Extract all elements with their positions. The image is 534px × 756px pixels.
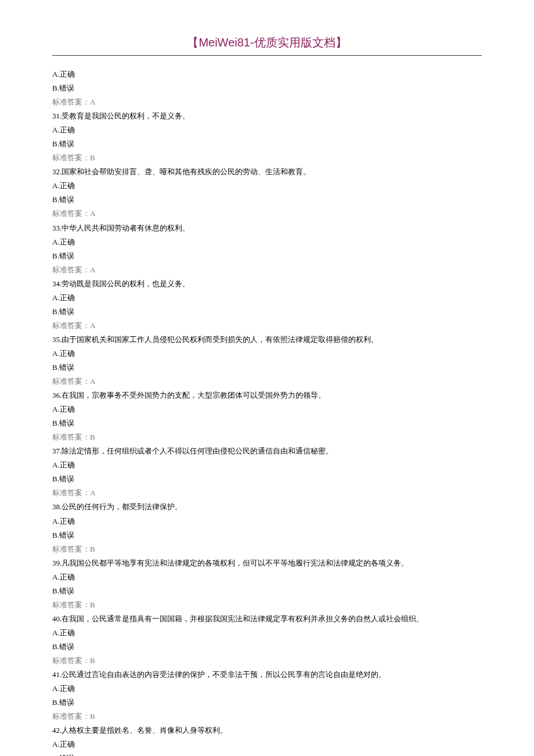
option-text: B.错误 (52, 472, 482, 486)
option-text: B.错误 (52, 81, 482, 95)
option-text: B.错误 (52, 528, 482, 542)
option-text: B.错误 (52, 249, 482, 263)
question-text: 33.中华人民共和国劳动者有休息的权利。 (52, 221, 482, 235)
question-text: 40.在我国，公民通常是指具有一国国籍，并根据我国宪法和法律规定享有权利并承担义… (52, 612, 482, 626)
question-text: 41.公民通过言论自由表达的内容受法律的保护，不受非法干预，所以公民享有的言论自… (52, 668, 482, 682)
answer-text: 标准答案：A (52, 319, 482, 333)
option-text: A.正确 (52, 626, 482, 640)
document-page: 【MeiWei81-优质实用版文档】 A.正确B.错误标准答案：A31.受教育是… (0, 0, 534, 756)
question-text: 32.国家和社会帮助安排盲、聋、哑和其他有残疾的公民的劳动、生活和教育。 (52, 165, 482, 179)
question-text: 31.受教育是我国公民的权利，不是义务。 (52, 109, 482, 123)
question-text: 35.由于国家机关和国家工作人员侵犯公民权利而受到损失的人，有依照法律规定取得赔… (52, 333, 482, 347)
option-text: A.正确 (52, 402, 482, 416)
question-text: 36.在我国，宗教事务不受外国势力的支配，大型宗教团体可以受国外势力的领导。 (52, 388, 482, 402)
option-text: A.正确 (52, 291, 482, 305)
answer-text: 标准答案：B (52, 710, 482, 723)
answer-text: 标准答案：A (52, 486, 482, 500)
answer-text: 标准答案：A (52, 95, 482, 109)
option-text: B.错误 (52, 193, 482, 207)
answer-text: 标准答案：A (52, 263, 482, 277)
option-text: B.错误 (52, 640, 482, 654)
option-text: A.正确 (52, 682, 482, 696)
option-text: A.正确 (52, 570, 482, 584)
option-text: B.错误 (52, 751, 482, 756)
option-text: A.正确 (52, 737, 482, 751)
option-text: A.正确 (52, 347, 482, 361)
answer-text: 标准答案：B (52, 654, 482, 668)
question-text: 34.劳动既是我国公民的权利，也是义务。 (52, 277, 482, 291)
answer-text: 标准答案：A (52, 207, 482, 221)
option-text: A.正确 (52, 123, 482, 137)
question-text: 39.凡我国公民都平等地享有宪法和法律规定的各项权利，但可以不平等地履行宪法和法… (52, 556, 482, 570)
option-text: B.错误 (52, 361, 482, 375)
option-text: B.错误 (52, 137, 482, 151)
answer-text: 标准答案：B (52, 430, 482, 444)
question-text: 38.公民的任何行为，都受到法律保护。 (52, 500, 482, 514)
document-body: A.正确B.错误标准答案：A31.受教育是我国公民的权利，不是义务。A.正确B.… (52, 67, 482, 756)
answer-text: 标准答案：B (52, 542, 482, 556)
option-text: A.正确 (52, 67, 482, 81)
question-text: 37.除法定情形，任何组织或者个人不得以任何理由侵犯公民的通信自由和通信秘密。 (52, 444, 482, 458)
option-text: B.错误 (52, 305, 482, 319)
option-text: A.正确 (52, 179, 482, 193)
option-text: B.错误 (52, 584, 482, 598)
answer-text: 标准答案：B (52, 151, 482, 165)
page-header: 【MeiWei81-优质实用版文档】 (52, 35, 482, 56)
option-text: A.正确 (52, 235, 482, 249)
answer-text: 标准答案：B (52, 598, 482, 612)
question-text: 42.人格权主要是指姓名、名誉、肖像和人身等权利。 (52, 723, 482, 737)
option-text: B.错误 (52, 416, 482, 430)
option-text: A.正确 (52, 458, 482, 472)
option-text: A.正确 (52, 514, 482, 528)
answer-text: 标准答案：A (52, 375, 482, 388)
option-text: B.错误 (52, 696, 482, 710)
